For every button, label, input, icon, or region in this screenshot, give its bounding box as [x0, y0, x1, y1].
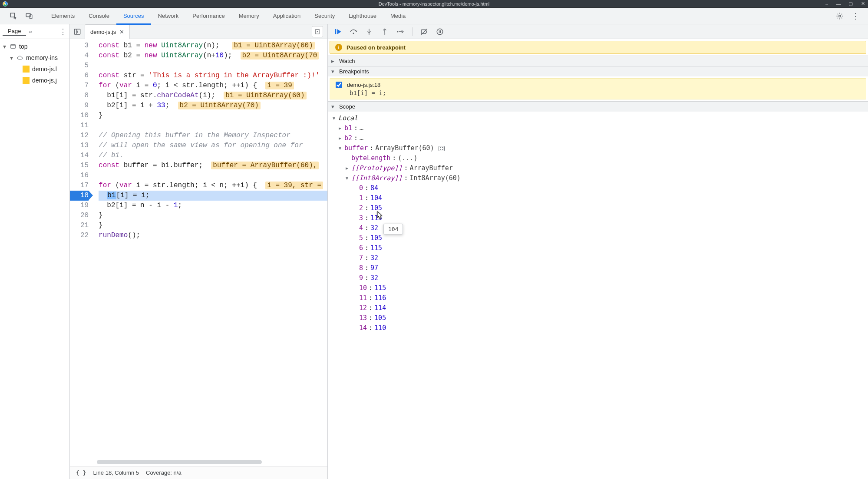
scope-array-item[interactable]: 10: 115	[328, 283, 868, 293]
navigator-tab-page[interactable]: Page	[3, 27, 26, 36]
code-line[interactable]: }	[99, 211, 327, 221]
gutter-line[interactable]: 13	[70, 141, 89, 151]
run-snippet-icon[interactable]	[312, 26, 323, 37]
gutter-line[interactable]: 7	[70, 81, 89, 91]
breakpoint-checkbox[interactable]	[336, 82, 342, 88]
maximize-icon[interactable]: ▢	[848, 1, 853, 7]
gutter-line[interactable]: 17	[70, 181, 89, 191]
step-into-icon[interactable]	[363, 26, 375, 37]
gutter-line[interactable]: 6	[70, 71, 89, 81]
close-window-icon[interactable]: ✕	[860, 1, 865, 7]
scope-array-item[interactable]: 2: 105	[328, 203, 868, 213]
step-icon[interactable]	[395, 26, 406, 37]
scope-int8array[interactable]: ▾[[Int8Array]]: Int8Array(60)	[328, 173, 868, 183]
scope-array-item[interactable]: 0: 84	[328, 183, 868, 193]
scope-var-buffer[interactable]: ▾buffer: ArrayBuffer(60)	[328, 143, 868, 153]
gutter-line[interactable]: 9	[70, 101, 89, 111]
gutter-line[interactable]: 4	[70, 51, 89, 61]
code-line[interactable]: }	[99, 111, 327, 121]
scope-array-item[interactable]: 3: 115	[328, 213, 868, 223]
code-line[interactable]: const b2 = new Uint8Array(n+10); b2 = Ui…	[99, 51, 327, 61]
scope-array-item[interactable]: 6: 115	[328, 243, 868, 253]
code-line[interactable]: b2[i] = n - i - 1;	[99, 201, 327, 211]
scope-array-item[interactable]: 14: 110	[328, 323, 868, 333]
code-line[interactable]: }	[99, 221, 327, 231]
scope-array-item[interactable]: 4: 32	[328, 223, 868, 233]
tree-file-1[interactable]: demo-js.j	[0, 75, 69, 86]
navigator-overflow-icon[interactable]: »	[29, 28, 32, 35]
tab-memory[interactable]: Memory	[232, 8, 266, 24]
tab-security[interactable]: Security	[307, 8, 342, 24]
code-line[interactable]: runDemo();	[99, 231, 327, 241]
gutter-line[interactable]: 8	[70, 91, 89, 101]
tab-network[interactable]: Network	[151, 8, 186, 24]
pane-breakpoints-header[interactable]: ▾ Breakpoints	[328, 66, 868, 76]
gutter-line[interactable]: 10	[70, 111, 89, 121]
step-out-icon[interactable]	[379, 26, 390, 37]
code-line[interactable]: // Opening this buffer in the Memory Ins…	[99, 131, 327, 141]
scope-array-item[interactable]: 11: 116	[328, 293, 868, 303]
step-over-icon[interactable]	[348, 26, 359, 37]
code-line[interactable]	[99, 121, 327, 131]
code-line[interactable]	[99, 61, 327, 71]
code-line[interactable]: b1[i] = str.charCodeAt(i); b1 = Uint8Arr…	[99, 91, 327, 101]
tree-node-top[interactable]: ▾ top	[0, 41, 69, 52]
gutter-line[interactable]: 11	[70, 121, 89, 131]
more-menu-icon[interactable]: ⋮	[850, 10, 861, 22]
tab-application[interactable]: Application	[266, 8, 308, 24]
code-line[interactable]: const str = 'This is a string in the Arr…	[99, 71, 327, 81]
scope-array-item[interactable]: 5: 105	[328, 233, 868, 243]
inspect-element-icon[interactable]	[8, 10, 19, 22]
gear-icon[interactable]	[834, 10, 845, 22]
code-line[interactable]: const b1 = new Uint8Array(n); b1 = Uint8…	[99, 41, 327, 51]
tab-performance[interactable]: Performance	[185, 8, 231, 24]
gutter-line[interactable]: 14	[70, 151, 89, 161]
gutter-line[interactable]: 15	[70, 161, 89, 171]
pane-scope-header[interactable]: ▾ Scope	[328, 102, 868, 112]
tab-sources[interactable]: Sources	[116, 8, 151, 24]
scope-array-item[interactable]: 1: 104	[328, 193, 868, 203]
gutter-line[interactable]: 16	[70, 171, 89, 181]
gutter-line[interactable]: 20	[70, 211, 89, 221]
code-line[interactable]: // b1.	[99, 151, 327, 161]
scope-bytelength[interactable]: byteLength: (...)	[328, 153, 868, 163]
scope-var-b1[interactable]: ▸b1: …	[328, 123, 868, 133]
scope-array-item[interactable]: 9: 32	[328, 273, 868, 283]
resume-icon[interactable]	[332, 26, 343, 37]
tree-node-origin[interactable]: ▾ memory-ins	[0, 52, 69, 63]
scope-prototype[interactable]: ▸[[Prototype]]: ArrayBuffer	[328, 163, 868, 173]
tab-media[interactable]: Media	[383, 8, 413, 24]
code-line[interactable]: b1[i] = i;	[99, 191, 327, 201]
code-line[interactable]: for (var i = 0; i < str.length; ++i) { i…	[99, 81, 327, 91]
gutter-line[interactable]: 5	[70, 61, 89, 71]
gutter-line[interactable]: 21	[70, 221, 89, 231]
device-toolbar-icon[interactable]	[23, 10, 35, 22]
tree-file-0[interactable]: demo-js.l	[0, 63, 69, 75]
gutter-line[interactable]: 18	[70, 191, 89, 201]
scope-array-item[interactable]: 7: 32	[328, 253, 868, 263]
code-line[interactable]: // will open the same view as for openin…	[99, 141, 327, 151]
tab-lighthouse[interactable]: Lighthouse	[342, 8, 383, 24]
scope-array-item[interactable]: 13: 105	[328, 313, 868, 323]
memory-inspector-icon[interactable]	[439, 146, 445, 151]
chevron-down-icon[interactable]: ⌄	[824, 1, 829, 7]
code-line[interactable]	[99, 171, 327, 181]
close-tab-icon[interactable]: ✕	[119, 29, 124, 35]
code-line[interactable]: for (var i = str.length; i < n; ++i) { i…	[99, 181, 327, 191]
tab-console[interactable]: Console	[82, 8, 116, 24]
gutter-line[interactable]: 19	[70, 201, 89, 211]
scope-var-b2[interactable]: ▸b2: …	[328, 133, 868, 143]
deactivate-breakpoints-icon[interactable]	[419, 26, 430, 37]
gutter-line[interactable]: 12	[70, 131, 89, 141]
editor-file-tab[interactable]: demo-js.js ✕	[85, 24, 130, 39]
tab-elements[interactable]: Elements	[44, 8, 82, 24]
pretty-print-icon[interactable]: { }	[76, 469, 86, 476]
code-editor[interactable]: 345678910111213141516171819202122 const …	[70, 39, 327, 466]
editor-horizontal-scrollbar[interactable]	[95, 460, 326, 465]
gutter-line[interactable]: 3	[70, 41, 89, 51]
code-line[interactable]: const buffer = b1.buffer; buffer = Array…	[99, 161, 327, 171]
breakpoint-row[interactable]: demo-js.js:18 b1[i] = i;	[330, 78, 866, 99]
navigator-more-icon[interactable]: ⋮	[59, 28, 67, 36]
pane-watch-header[interactable]: ▸ Watch	[328, 56, 868, 66]
toggle-navigator-icon[interactable]	[72, 26, 83, 37]
